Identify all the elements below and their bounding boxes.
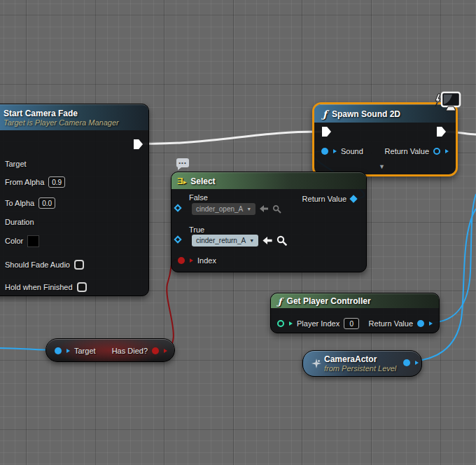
return-value-pin[interactable]	[433, 148, 440, 155]
pin-label-sound: Sound	[341, 147, 363, 155]
pin-label-from-alpha: From Alpha	[5, 178, 44, 186]
dropdown-caret-icon: ▼	[246, 207, 251, 211]
has-died-output-pin[interactable]	[152, 347, 159, 354]
expand-pins-icon[interactable]: ▼	[379, 163, 385, 170]
sound-pin[interactable]	[321, 148, 328, 155]
wire-hasdied-to-index[interactable]	[162, 260, 176, 350]
pin-label-player-index: Player Index	[297, 319, 340, 328]
pin-label-color: Color	[5, 237, 23, 245]
node-has-died[interactable]: Target Has Died?	[46, 338, 175, 362]
pin-label-return-value: Return Value	[302, 195, 346, 203]
node-header[interactable]: Start Camera Fade Target is Player Camer…	[0, 104, 148, 130]
node-title: CameraActor	[324, 354, 377, 364]
back-arrow-icon[interactable]	[260, 205, 268, 212]
select-icon: Ǝ▸	[177, 176, 186, 186]
node-get-player-controller[interactable]: ƒ Get Player Controller Player Index 0 R…	[270, 293, 440, 333]
to-alpha-input[interactable]: 0.0	[38, 197, 55, 209]
pin-label-false: False	[189, 193, 208, 202]
comment-bubble-icon[interactable]: •••	[176, 158, 189, 167]
pin-label-true: True	[189, 225, 204, 234]
node-title: Spawn Sound 2D	[332, 109, 400, 119]
return-value-pin[interactable]	[417, 320, 424, 327]
node-camera-actor[interactable]: CameraActor from Persistent Level	[302, 350, 422, 377]
pin-label-to-alpha: To Alpha	[5, 199, 34, 207]
wire-cameraactor-out[interactable]	[407, 209, 476, 361]
node-select[interactable]: Ǝ▸ Select Return Value False cinder_open…	[171, 172, 367, 272]
function-icon: ƒ	[323, 109, 327, 120]
true-asset-dropdown[interactable]: cinder_return_A ▼	[192, 235, 258, 247]
pin-label-has-died: Has Died?	[112, 347, 148, 355]
target-pin[interactable]	[55, 347, 62, 354]
blueprint-canvas[interactable]: Start Camera Fade Target is Player Camer…	[0, 0, 476, 465]
player-index-input[interactable]: 0	[344, 318, 359, 329]
exec-out-pin[interactable]	[437, 127, 446, 137]
false-asset-dropdown[interactable]: cinder_open_A ▼	[192, 203, 255, 215]
from-alpha-input[interactable]: 0.9	[48, 176, 65, 188]
index-pin[interactable]	[178, 257, 185, 264]
node-subtitle: Target is Player Camera Manager	[4, 118, 119, 127]
back-arrow-icon[interactable]	[262, 237, 272, 244]
node-header[interactable]: ƒ Get Player Controller	[271, 293, 439, 308]
actor-output-pin[interactable]	[403, 359, 410, 366]
pin-label-duration: Duration	[5, 218, 34, 226]
hold-when-finished-checkbox[interactable]	[77, 282, 87, 292]
node-start-camera-fade[interactable]: Start Camera Fade Target is Player Camer…	[0, 104, 149, 296]
node-title: Start Camera Fade	[4, 109, 78, 118]
magnifier-icon[interactable]	[276, 235, 287, 246]
should-fade-audio-checkbox[interactable]	[74, 260, 84, 270]
pin-label-return-value: Return Value	[369, 319, 413, 328]
node-title: Select	[190, 176, 215, 186]
pin-label-should-fade-audio: Should Fade Audio	[5, 261, 70, 269]
magnifier-icon[interactable]	[272, 204, 281, 214]
player-index-pin[interactable]	[277, 320, 284, 327]
lightning-icon	[435, 94, 440, 106]
actor-icon	[312, 359, 321, 368]
node-header[interactable]: Ǝ▸ Select	[172, 172, 366, 189]
function-icon: ƒ	[278, 296, 282, 307]
dropdown-caret-icon: ▼	[249, 238, 254, 243]
false-pin[interactable]	[174, 204, 181, 211]
monitor-icon	[433, 91, 462, 118]
exec-in-pin[interactable]	[322, 127, 331, 137]
wire-exec-camerafade-to-spawnsound[interactable]	[142, 132, 321, 144]
exec-out-pin[interactable]	[134, 139, 143, 149]
pin-label-index: Index	[197, 256, 216, 265]
pin-label-target: Target	[5, 160, 27, 168]
color-swatch[interactable]	[27, 235, 39, 247]
pin-label-hold-when-finished: Hold when Finished	[5, 283, 73, 291]
pin-label-return-value: Return Value	[385, 147, 429, 155]
return-value-pin[interactable]	[349, 195, 357, 202]
pin-label-target: Target	[74, 347, 96, 355]
node-title: Get Player Controller	[287, 296, 371, 306]
node-subtitle: from Persistent Level	[324, 364, 396, 373]
